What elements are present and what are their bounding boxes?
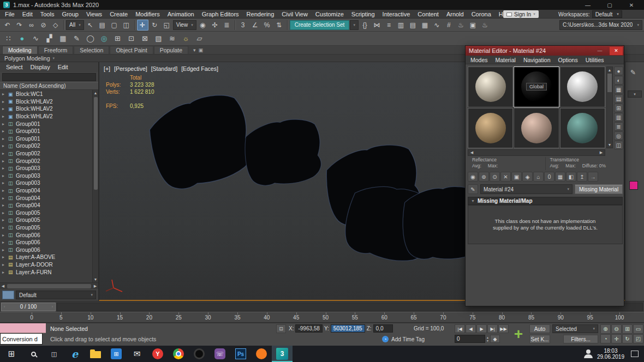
selection-set-dropdown[interactable]: ▾ <box>350 20 359 30</box>
set-keys-button[interactable]: + <box>511 324 526 344</box>
se-menu-item[interactable]: Select <box>2 64 27 70</box>
me-menu-item[interactable]: Navigation <box>520 57 554 63</box>
horizontal-scrollbar[interactable]: ◀ ▶ <box>0 282 98 289</box>
close-button[interactable]: ✕ <box>622 0 641 10</box>
expander-icon[interactable]: ▸ <box>2 270 6 275</box>
reference-coordsys-dropdown[interactable]: View ▾ <box>173 20 196 30</box>
explorer-item[interactable]: ▸▣Block:WHLAV2 <box>0 113 92 120</box>
me-menu-item[interactable]: Utilities <box>582 57 608 63</box>
select-by-name-icon[interactable]: ▤ <box>97 20 108 31</box>
orbit-icon[interactable]: ↻ <box>622 334 633 343</box>
grid-icon[interactable]: ▦ <box>57 33 69 45</box>
go-to-parent-icon[interactable]: ↥ <box>577 172 587 182</box>
timeline-frame-label[interactable]: 55 <box>352 315 358 321</box>
toggle-ribbon-icon[interactable]: ▦ <box>419 20 431 31</box>
expander-icon[interactable]: ▸ <box>2 248 6 252</box>
key-mode-toggle-icon[interactable]: ◆ <box>490 335 500 343</box>
taskbar-app-3ds-max[interactable]: 3 <box>272 346 293 362</box>
explorer-item[interactable]: ▸◫Group001 <box>0 128 92 135</box>
taskbar-app-chrome[interactable] <box>168 346 189 362</box>
ribbon-tab[interactable]: Modeling <box>2 46 38 54</box>
vp-seg[interactable]: [Edged Faces] <box>181 65 218 72</box>
timeline-frame-label[interactable]: 85 <box>528 315 534 321</box>
render-production-icon[interactable]: ♨ <box>479 20 491 31</box>
material-slot-1[interactable] <box>468 67 513 107</box>
taskbar-app-edge[interactable]: e <box>64 346 85 362</box>
expander-icon[interactable]: ▸ <box>2 143 6 148</box>
cross-box-icon[interactable]: ⊠ <box>139 33 151 45</box>
material-slot-5[interactable] <box>514 108 559 149</box>
material-slot-3[interactable] <box>560 67 605 107</box>
scroll-left-icon[interactable]: ◀ <box>0 283 6 289</box>
taskbar-app-store[interactable]: ⊞ <box>106 346 127 362</box>
select-object-icon[interactable]: ↖ <box>85 20 96 31</box>
pencil-icon[interactable]: ✎ <box>70 33 83 45</box>
unlink-selection-icon[interactable]: ⊘ <box>38 20 49 31</box>
background-icon[interactable]: ▦ <box>614 85 623 94</box>
menu-item[interactable]: Arnold <box>443 10 468 19</box>
scroll-right-icon[interactable]: ▶ <box>598 150 604 156</box>
search-button[interactable] <box>23 346 44 362</box>
put-material-to-scene-icon[interactable]: ⊚ <box>479 172 489 182</box>
timeline-frame-label[interactable]: 20 <box>146 315 152 321</box>
previous-frame-button[interactable]: ◀ <box>466 324 476 333</box>
make-unique-icon[interactable]: ◈ <box>522 172 533 182</box>
expander-icon[interactable]: ▸ <box>2 225 6 230</box>
zoom-extents-icon[interactable]: ⊞ <box>622 324 633 334</box>
timeline-frame-label[interactable]: 65 <box>410 315 416 321</box>
explorer-preset-dropdown[interactable]: Default ▾ <box>16 291 96 299</box>
menu-item[interactable]: Animation <box>164 10 198 19</box>
menu-item[interactable]: Views <box>82 10 106 19</box>
make-material-copy-icon[interactable]: ▣ <box>511 172 522 182</box>
expander-icon[interactable]: ▸ <box>2 99 6 104</box>
scroll-up-icon[interactable]: ▲ <box>93 90 99 96</box>
start-button[interactable]: ⊞ <box>0 346 23 362</box>
timeline-frame-label[interactable]: 70 <box>440 315 446 321</box>
sample-type-icon[interactable]: ● <box>614 67 623 75</box>
expander-icon[interactable]: ▸ <box>2 151 6 156</box>
toggle-layer-explorer-icon[interactable]: ▤ <box>407 20 419 31</box>
angle-snap-icon[interactable]: ∠ <box>249 20 261 31</box>
shaded-box-icon[interactable]: ▧ <box>152 33 165 45</box>
clock[interactable]: 18:03 29.06.2019 <box>597 348 624 360</box>
frame-number-field[interactable]: 0 <box>455 335 485 343</box>
explorer-item[interactable]: ▸▤Layer:A-DOOR <box>0 261 92 269</box>
key-selection-dropdown[interactable]: Selected ▾ <box>552 324 598 333</box>
explorer-item[interactable]: ▸◫Group004 <box>0 202 92 209</box>
select-and-move-icon[interactable]: ✛ <box>137 20 148 31</box>
window-crossing-icon[interactable]: ◫ <box>121 20 132 31</box>
mirror-icon[interactable]: ⋈ <box>371 20 383 31</box>
y-coordinate-field[interactable]: 503012,185 <box>331 324 365 333</box>
selection-filter-dropdown[interactable]: All ▾ <box>66 20 84 30</box>
toggle-scene-explorer-icon[interactable]: ▥ <box>395 20 407 31</box>
menu-item[interactable]: Graph Editors <box>198 10 243 19</box>
maximize-viewport-icon[interactable]: ◰ <box>633 334 643 343</box>
add-time-tag[interactable]: ◔ Add Time Tag <box>382 336 425 342</box>
ribbon-tab[interactable]: Freeform <box>38 46 74 54</box>
scene-explorer-sort-header[interactable]: Name (Sorted Ascending) <box>0 82 98 90</box>
timeline-ruler[interactable]: 0510152025303540455055606570758085909510… <box>0 312 644 323</box>
explorer-item[interactable]: ▸◫Group003 <box>0 172 92 180</box>
torus-icon[interactable]: ◯ <box>84 33 97 45</box>
se-menu-item[interactable]: Edit <box>54 64 72 70</box>
timeline-frame-label[interactable]: 10 <box>87 315 93 321</box>
expander-icon[interactable]: ▸ <box>2 159 6 164</box>
explorer-item[interactable]: ▸◫Group005 <box>0 224 92 232</box>
explorer-item[interactable]: ▸◫Group001 <box>0 120 92 128</box>
time-slider-handle[interactable]: ‹ 0 / 100 › <box>1 303 56 311</box>
explorer-item[interactable]: ▸▤Layer:A-ABOVE <box>0 254 92 261</box>
menu-item[interactable]: Modifiers <box>132 10 164 19</box>
me-menu-item[interactable]: Modes <box>467 57 492 63</box>
ribbon-tab[interactable]: Object Paint <box>110 46 153 54</box>
explorer-item[interactable]: ▸◫Group006 <box>0 246 92 254</box>
timeline-frame-label[interactable]: 15 <box>117 315 123 321</box>
explorer-item[interactable]: ▸▣Block:WC1 <box>0 90 92 98</box>
explorer-item[interactable]: ▸▤Layer:A-FURN <box>0 268 92 276</box>
taskbar-app-torrent[interactable] <box>251 346 272 362</box>
timeline-frame-label[interactable]: 60 <box>381 315 387 321</box>
material-editor-titlebar[interactable]: Material Editor - Material #24 — ✕ <box>466 46 624 56</box>
menu-item[interactable]: Corona <box>468 10 495 19</box>
sphere-icon[interactable]: ● <box>16 33 28 45</box>
sun-icon[interactable]: ☼ <box>180 33 192 45</box>
x-coordinate-field[interactable]: -9963,58 <box>295 324 322 333</box>
